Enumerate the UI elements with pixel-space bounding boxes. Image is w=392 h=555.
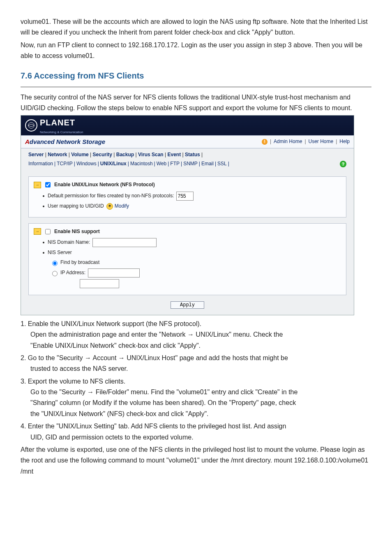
subtab-web[interactable]: Web <box>157 160 166 168</box>
bullet-icon <box>43 252 44 254</box>
link-admin-home[interactable]: Admin Home <box>274 138 302 146</box>
svg-point-0 <box>28 123 34 128</box>
step-2-heading: 2. Go to the "Security → Account → UNIX/… <box>21 354 288 361</box>
subtab-windows[interactable]: Windows <box>76 160 97 168</box>
separator: | <box>270 138 271 146</box>
subtab-tcpip[interactable]: TCP/IP <box>57 160 73 168</box>
label-uid-gid-mapping: User mapping to UID/GID <box>48 202 104 210</box>
label-nis-domain: NIS Domain Name: <box>48 238 90 247</box>
input-ip-address-extra[interactable] <box>80 279 119 288</box>
tab-security[interactable]: Security <box>93 152 112 157</box>
subtab-email[interactable]: Email <box>201 160 214 168</box>
arrow-icon: → <box>34 228 41 235</box>
subtab-unix-linux[interactable]: UNIX/Linux <box>100 160 127 168</box>
step-1-line-a: Open the administration page and enter t… <box>21 329 371 340</box>
tab-virus-scan[interactable]: Virus Scan <box>138 152 164 157</box>
tab-network[interactable]: Network <box>48 152 67 157</box>
step-3-heading: 3. Export the volume to NFS clients. <box>21 378 125 385</box>
nav-primary: Server | Network | Volume | Security | B… <box>28 151 346 159</box>
tab-event[interactable]: Event <box>167 152 181 157</box>
link-help[interactable]: Help <box>339 138 350 146</box>
app-title: Advanced Network Storage <box>25 137 105 147</box>
label-default-permission: Default permission for files created by … <box>48 192 174 200</box>
separator: | <box>336 138 337 146</box>
nav-tabs: Server | Network | Volume | Security | B… <box>21 148 354 169</box>
separator: | <box>304 138 306 146</box>
alert-icon[interactable]: ! <box>262 139 267 145</box>
tab-volume[interactable]: Volume <box>71 152 88 157</box>
closing-paragraph: After the volume is exported, use one of… <box>21 444 371 477</box>
logo-icon <box>25 119 37 132</box>
bullet-icon <box>43 242 44 243</box>
input-nis-domain[interactable] <box>92 238 157 247</box>
step-3-line-c: the "UNIX/Linux Network" (NFS) check-box… <box>21 409 371 419</box>
panel-nfs-title: Enable UNIX/Linux Network (NFS Protocol) <box>54 181 155 189</box>
gear-icon: ✶ <box>106 203 113 210</box>
tab-status[interactable]: Status <box>185 152 200 157</box>
app-title-rest: dvanced Network Storage <box>30 138 105 145</box>
label-nis-server: NIS Server <box>48 249 72 257</box>
step-2-line-a: trusted to access the NAS server. <box>21 363 371 374</box>
step-1-heading: 1. Enable the UNIX/Linux Network support… <box>21 320 201 327</box>
brand-text: PLANET <box>40 118 75 127</box>
app-title-accent: A <box>25 138 30 145</box>
brand-subtext: Networking & Communication <box>40 130 83 135</box>
subtab-ssl[interactable]: SSL <box>217 160 227 168</box>
arrow-icon: → <box>34 182 41 188</box>
step-1-line-b: "Enable UNIX/Linux Network" check-box an… <box>21 340 371 351</box>
tab-server[interactable]: Server <box>28 152 44 157</box>
step-3-line-b: "Sharing" column (or Modify if the volum… <box>21 398 371 408</box>
subtab-ftp[interactable]: FTP <box>170 160 180 168</box>
panel-nfs: → Enable UNIX/Linux Network (NFS Protoco… <box>28 176 346 217</box>
bullet-icon <box>43 206 44 207</box>
apply-button[interactable]: Apply <box>171 301 204 309</box>
form-area: → Enable UNIX/Linux Network (NFS Protoco… <box>21 169 354 315</box>
app-header: PLANET Networking & Communication <box>21 116 354 135</box>
section-heading: 7.6 Accessing from NFS Clients <box>21 69 371 84</box>
app-screenshot: PLANET Networking & Communication Advanc… <box>21 115 354 315</box>
bullet-icon <box>43 195 44 197</box>
step-4-heading: 4. Enter the "UNIX/Linux Setting" tab. A… <box>21 423 286 430</box>
section-rule <box>21 87 371 87</box>
checkbox-enable-nfs[interactable] <box>45 182 51 187</box>
input-ip-address[interactable] <box>88 268 140 278</box>
checkbox-enable-nis[interactable] <box>45 229 51 234</box>
subtab-snmp[interactable]: SNMP <box>183 160 198 168</box>
steps-list: 1. Enable the UNIX/Linux Network support… <box>21 319 371 443</box>
link-user-home[interactable]: User Home <box>309 138 334 146</box>
intro-paragraph-1: volume01. These will be the accounts whi… <box>21 16 371 38</box>
intro-paragraph-2: Now, run an FTP client to connect to 192… <box>21 40 371 62</box>
input-default-permission[interactable] <box>176 192 194 201</box>
step-4-line-a: UID, GID and permission octets to the ex… <box>21 432 371 443</box>
section-intro: The security control of the NAS server f… <box>21 92 371 114</box>
subtab-macintosh[interactable]: Macintosh <box>130 160 153 168</box>
subtab-information[interactable]: Information <box>28 160 53 168</box>
context-help-icon[interactable]: ? <box>340 161 346 167</box>
tab-backup[interactable]: Backup <box>116 152 134 157</box>
label-find-broadcast: Find by broadcast <box>60 259 99 267</box>
nav-secondary: Information| TCP/IP| Windows| UNIX/Linux… <box>28 160 346 168</box>
step-3-line-a: Go to the "Security → File/Folder" menu.… <box>21 387 371 398</box>
app-titlebar: Advanced Network Storage ! | Admin Home … <box>21 135 354 148</box>
radio-ip-address[interactable] <box>52 271 58 276</box>
radio-find-broadcast[interactable] <box>52 261 58 266</box>
link-modify-mapping[interactable]: Modify <box>115 202 129 210</box>
panel-nis-title: Enable NIS support <box>54 228 100 236</box>
label-ip-address: IP Address: <box>60 269 85 277</box>
panel-nis: → Enable NIS support NIS Domain Name: NI… <box>28 223 346 295</box>
